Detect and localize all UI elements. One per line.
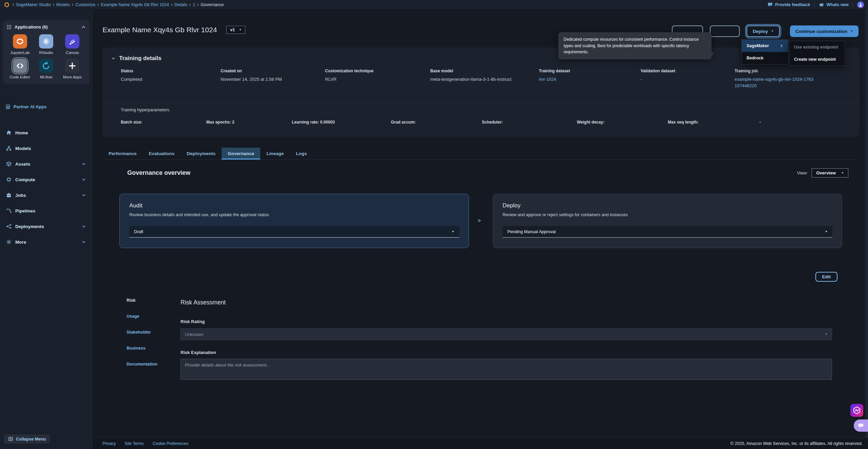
- topbar-actions: Provide feedback Whats new: [768, 1, 864, 8]
- sidebar-item-home[interactable]: Home: [0, 125, 92, 141]
- deploy-tooltip: Dedicated compute resources for consiste…: [558, 32, 712, 59]
- field-value-base-model: meta-textgeneration-llama-3-1-8b-instruc…: [430, 76, 539, 83]
- breadcrumb-item-governance: Governance: [201, 2, 224, 7]
- tab-lineage[interactable]: Lineage: [260, 148, 290, 160]
- version-select[interactable]: v1 ▼: [226, 26, 245, 34]
- continue-customization-label: Continue customization: [795, 29, 847, 34]
- breadcrumb-item-models[interactable]: Models: [56, 2, 70, 7]
- sidebar-item-jobs[interactable]: Jobs: [0, 187, 92, 203]
- footer-link-cookie-preferences[interactable]: Cookie Preferences: [153, 441, 188, 446]
- chat-widget-button[interactable]: [854, 419, 868, 432]
- sidebar-item-deployments[interactable]: Deployments: [0, 219, 92, 234]
- field-training-job: Training jobexample-name-xqy4s-gb-rlvr-1…: [735, 69, 850, 89]
- tab-performance[interactable]: Performance: [102, 148, 143, 160]
- tab-governance[interactable]: Governance: [222, 148, 260, 160]
- deploy-status-select[interactable]: Pending Manual Approval ▼: [503, 226, 832, 238]
- sidebar-item-pipelines[interactable]: Pipelines: [0, 203, 92, 219]
- sidebar-item-label: Compute: [15, 177, 35, 182]
- audit-status-value: Draft: [134, 229, 143, 234]
- sidebar-item-models[interactable]: Models: [0, 141, 92, 156]
- aws-logo[interactable]: [4, 2, 10, 7]
- canvas-tile: [65, 34, 79, 49]
- tab-deployments[interactable]: Deployments: [181, 148, 222, 160]
- caret-down-icon: ▼: [850, 30, 853, 33]
- app-code-editor[interactable]: Code Editor: [10, 59, 30, 79]
- chevron-down-icon[interactable]: [111, 56, 115, 60]
- whats-new-label: Whats new: [827, 2, 849, 7]
- field-label: Created on: [221, 69, 325, 73]
- footer-link-privacy[interactable]: Privacy: [102, 441, 116, 446]
- anchor-documentation[interactable]: Documentation: [127, 362, 157, 367]
- risk-rating-select[interactable]: Unknown ▼: [181, 329, 832, 340]
- breadcrumb-item-sagemaker-studio[interactable]: SageMaker Studio: [16, 2, 51, 7]
- audit-status-select[interactable]: Draft ▼: [129, 226, 459, 238]
- tab-evaluations[interactable]: Evaluations: [143, 148, 181, 160]
- mlflow-icon: [41, 61, 51, 71]
- caret-down-icon: ▼: [841, 172, 844, 174]
- menu-item-sagemaker[interactable]: SageMaker: [742, 40, 788, 52]
- collapse-menu-button[interactable]: Collapse Menu: [4, 434, 50, 444]
- breadcrumb-item-1[interactable]: 1: [193, 2, 195, 7]
- chevron-up-icon[interactable]: [81, 25, 86, 29]
- field-label: Training dataset: [539, 69, 641, 73]
- anchor-risk[interactable]: Risk: [127, 298, 157, 303]
- audit-card-title: Audit: [129, 202, 459, 209]
- topbar-divider: [853, 2, 853, 7]
- app-canvas[interactable]: Canvas: [65, 34, 79, 55]
- audit-card-description: Review business details and intended use…: [129, 212, 459, 217]
- hyperparameter-2: Learning rate: 0.00003: [292, 120, 391, 125]
- view-select[interactable]: Overview ▼: [812, 168, 848, 177]
- anchor-business[interactable]: Business: [127, 346, 157, 351]
- anchor-usage[interactable]: Usage: [127, 314, 157, 319]
- megaphone-icon: [819, 2, 824, 7]
- sidebar: Applications (6) JupyterLabRRStudioCanva…: [0, 10, 92, 449]
- app-label-jupyterlab: JupyterLab: [10, 51, 30, 55]
- app-mlflow[interactable]: MLflow: [39, 59, 53, 79]
- breadcrumb-item-details[interactable]: Details: [174, 2, 187, 7]
- field-value-training-dataset[interactable]: rlvr-1024: [539, 76, 641, 83]
- provide-feedback-link[interactable]: Provide feedback: [768, 2, 810, 7]
- breadcrumb-item-example-name-xqy4s-gb-rlvr-1024[interactable]: Example Name Xqy4s Gb Rlvr 1024: [101, 2, 169, 7]
- breadcrumb-item-customize[interactable]: Customize: [75, 2, 95, 7]
- sidebar-item-assets[interactable]: Assets: [0, 156, 92, 172]
- partner-ai-apps-link[interactable]: Partner AI Apps: [5, 104, 46, 109]
- field-value-status: Completed: [121, 76, 221, 83]
- anchor-stakeholder[interactable]: Stakeholder: [127, 330, 157, 335]
- pipelines-icon: [6, 208, 12, 213]
- risk-explanation-textarea[interactable]: [181, 359, 832, 380]
- sidebar-item-compute[interactable]: Compute: [0, 172, 92, 187]
- hyperparameters-row: Batch size:Max epochs: 2Learning rate: 0…: [121, 120, 850, 125]
- topbar-divider: [814, 2, 815, 7]
- app-label-more-apps: More Apps: [63, 75, 82, 79]
- chevron-right-icon: [96, 3, 100, 6]
- vertical-scrollbar[interactable]: [865, 10, 868, 449]
- chevron-right-icon: [71, 3, 74, 6]
- applications-header[interactable]: Applications (6): [7, 24, 86, 30]
- footer-link-site-terms[interactable]: Site Terms: [125, 441, 144, 446]
- sidebar-item-more[interactable]: More: [0, 234, 92, 250]
- rstudio-tile: R: [39, 34, 53, 49]
- deploy-button[interactable]: Deploy ▼: [747, 25, 780, 37]
- edit-button[interactable]: Edit: [815, 272, 838, 282]
- user-avatar[interactable]: [857, 1, 864, 8]
- home-icon: [6, 130, 12, 135]
- app-jupyterlab[interactable]: JupyterLab: [10, 34, 30, 55]
- risk-assessment-heading: Risk Assessment: [181, 299, 226, 306]
- more-gear-icon: [6, 239, 12, 245]
- continue-customization-button[interactable]: Continue customization ▼: [790, 25, 858, 37]
- chevron-right-icon: [52, 3, 55, 6]
- menu-item-bedrock[interactable]: Bedrock: [742, 52, 788, 64]
- app-label-rstudio: RStudio: [39, 51, 53, 55]
- whats-new-link[interactable]: Whats new: [819, 2, 849, 7]
- sidebar-item-label: Models: [15, 146, 31, 151]
- hidden-action-button-2[interactable]: [710, 25, 740, 37]
- app-more-apps[interactable]: More Apps: [63, 59, 82, 79]
- app-rstudio[interactable]: RRStudio: [39, 34, 53, 55]
- sidebar-item-label: More: [15, 240, 26, 245]
- field-value-training-job[interactable]: example-name-xqy4s-gb-rlvr-1024-17631574…: [735, 76, 826, 89]
- code-editor-tile: [13, 59, 27, 73]
- tab-logs[interactable]: Logs: [290, 148, 313, 160]
- amazon-q-button[interactable]: [850, 404, 863, 417]
- submenu-item-create-new-endpoint[interactable]: Create new endpoint: [789, 53, 845, 66]
- feedback-icon: [768, 2, 773, 7]
